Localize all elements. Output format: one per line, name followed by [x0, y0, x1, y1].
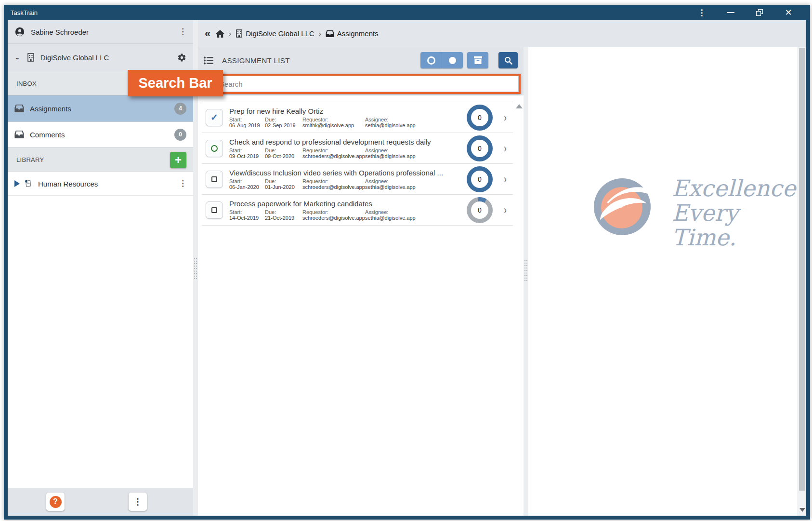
requestor-label: Requestor: — [302, 117, 361, 122]
close-icon: ✕ — [785, 8, 792, 17]
assignment-meta: Start: Due: Requestor: Assignee: 06-Aug-… — [229, 117, 464, 128]
help-icon: ? — [50, 496, 62, 508]
assignment-row[interactable]: View/discuss Inclusion video series with… — [202, 164, 513, 195]
brand-block: Excellence. Every Time. — [594, 178, 803, 250]
sidebar-item-assignments[interactable]: Assignments 4 — [8, 95, 193, 121]
progress-ring: 0 — [467, 166, 493, 192]
assignee-label: Assignee: — [365, 209, 464, 215]
tasktrain-logo-icon — [594, 178, 651, 235]
splitter-grip-icon[interactable] — [524, 259, 528, 281]
assignee-label: Assignee: — [365, 117, 464, 122]
requestor-label: Requestor: — [302, 209, 361, 215]
gear-icon[interactable] — [177, 53, 186, 62]
row-chevron-icon[interactable]: › — [504, 173, 507, 186]
filter-open-button[interactable] — [420, 52, 442, 68]
assignments-label: Assignments — [30, 105, 71, 113]
organization-name: DigiSolve Global LLC — [40, 53, 109, 62]
due-label: Due: — [265, 117, 299, 122]
user-row[interactable]: Sabine Schroeder ⋮ — [8, 20, 193, 43]
breadcrumb-assignments[interactable]: Assignments — [326, 29, 379, 38]
minimize-button[interactable] — [722, 7, 739, 18]
requestor-email: schroeders@digisolve.app — [302, 153, 361, 159]
scroll-up-arrow-icon[interactable] — [516, 104, 523, 108]
home-icon — [216, 30, 224, 38]
row-chevron-icon[interactable]: › — [504, 203, 507, 217]
manual-document-icon — [24, 179, 32, 188]
content-row: ASSIGNMENT LIST — [198, 47, 806, 516]
due-date: 01-Jun-2020 — [265, 184, 299, 190]
breadcrumb-organization[interactable]: DigiSolve Global LLC — [236, 29, 314, 38]
close-button[interactable]: ✕ — [780, 7, 797, 18]
tagline-line: Time. — [672, 226, 803, 250]
assignee-label: Assignee: — [365, 147, 464, 153]
status-checkbox-in-progress[interactable] — [206, 140, 223, 157]
window-menu-kebab-icon[interactable]: ⋮ — [694, 7, 710, 18]
due-label: Due: — [265, 147, 299, 153]
assignment-rows: ✓ Prep for new hire Keally Ortiz Start: … — [202, 102, 513, 226]
search-input[interactable] — [212, 76, 519, 92]
assignment-row[interactable]: Process paperwork for Marketing candidat… — [202, 195, 513, 226]
user-menu-kebab-icon[interactable]: ⋮ — [179, 28, 186, 35]
check-icon: ✓ — [210, 112, 218, 123]
assignment-row[interactable]: Check and respond to professional develo… — [202, 133, 513, 164]
status-filter-segment — [420, 52, 463, 68]
splitter-grip-icon[interactable] — [194, 257, 197, 280]
archive-button[interactable] — [467, 52, 488, 68]
organization-row[interactable]: ⌄ DigiSolve Global LLC — [8, 43, 193, 71]
minimize-icon — [727, 12, 734, 13]
human-resources-kebab-icon[interactable]: ⋮ — [179, 180, 186, 187]
assignment-meta: Start: Due: Requestor: Assignee: 06-Jan-… — [229, 178, 464, 190]
add-library-button[interactable]: + — [170, 152, 186, 168]
progress-ring: 0 — [467, 197, 493, 223]
tagline-line: Every — [672, 201, 803, 226]
requestor-email: schroeders@digisolve.app — [302, 215, 361, 221]
assignee-email: sethia@digisolve.app — [365, 184, 464, 190]
status-checkbox-completed[interactable]: ✓ — [206, 109, 223, 126]
circle-filled-icon — [449, 57, 456, 64]
breadcrumb-current-label: Assignments — [337, 29, 379, 38]
chevron-down-icon[interactable]: ⌄ — [14, 54, 20, 61]
sidebar-menu-button[interactable]: ⋮ — [129, 493, 147, 511]
assignment-list-header: ASSIGNMENT LIST — [198, 47, 524, 73]
restore-button[interactable] — [751, 7, 768, 18]
start-label: Start: — [229, 178, 261, 184]
status-checkbox-not-started[interactable] — [206, 171, 223, 188]
help-button[interactable]: ? — [46, 493, 65, 511]
status-checkbox-not-started[interactable] — [206, 201, 223, 219]
window-controls: ⋮ ✕ — [694, 7, 803, 18]
sidebar-item-human-resources[interactable]: Human Resources ⋮ — [8, 172, 193, 196]
breadcrumb: « › DigiSolve Global LLC › Assignments — [198, 20, 806, 47]
assignment-text: Check and respond to professional develo… — [229, 138, 464, 159]
assignment-list-body: ✓ Prep for new hire Keally Ortiz Start: … — [198, 95, 524, 516]
breadcrumb-separator-icon: › — [319, 29, 321, 38]
row-chevron-icon[interactable]: › — [504, 142, 507, 155]
start-label: Start: — [229, 117, 261, 122]
building-icon — [27, 53, 35, 62]
in-progress-circle-icon — [211, 145, 218, 152]
assignment-row[interactable]: ✓ Prep for new hire Keally Ortiz Start: … — [202, 102, 513, 133]
right-scrollbar[interactable] — [798, 47, 806, 516]
assignments-inbox-icon — [14, 105, 24, 112]
row-chevron-icon[interactable]: › — [504, 111, 507, 124]
collapse-double-chevron-icon[interactable]: « — [205, 28, 210, 39]
scroll-down-arrow-icon[interactable] — [799, 508, 805, 512]
assignments-inbox-icon — [326, 30, 334, 37]
expand-triangle-icon[interactable] — [14, 180, 20, 187]
search-icon — [504, 56, 512, 65]
assignee-email: sethia@digisolve.app — [365, 153, 464, 159]
filter-closed-button[interactable] — [442, 52, 463, 68]
start-date: 14-Oct-2019 — [229, 215, 261, 221]
start-date: 06-Jan-2020 — [229, 184, 261, 190]
assignments-count-badge: 4 — [174, 103, 186, 115]
archive-box-icon — [474, 56, 482, 64]
requestor-email: schroeders@digisolve.app — [302, 184, 361, 190]
assignee-email: sethia@digisolve.app — [365, 122, 464, 128]
assignment-text: View/discuss Inclusion video series with… — [229, 169, 464, 190]
panel-splitter[interactable] — [524, 47, 528, 516]
search-row — [198, 73, 524, 95]
search-toggle-button[interactable] — [498, 52, 518, 68]
sidebar-item-comments[interactable]: Comments 0 — [8, 121, 193, 147]
scrollbar-thumb[interactable] — [799, 48, 805, 491]
assignment-meta: Start: Due: Requestor: Assignee: 14-Oct-… — [229, 209, 464, 221]
breadcrumb-home[interactable] — [216, 30, 224, 38]
